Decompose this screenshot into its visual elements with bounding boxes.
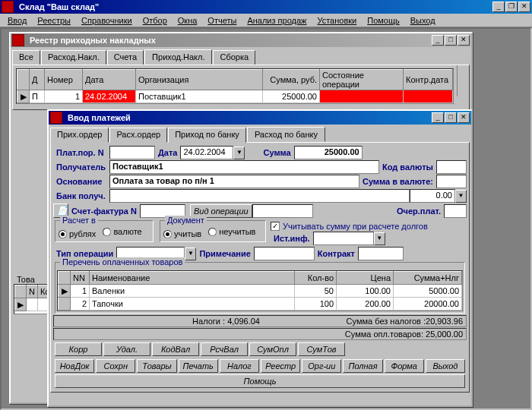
tab-prih-order[interactable]: Прих.ордер [50, 128, 109, 143]
calc-groupbox: Расчет в рублях валюте [55, 220, 154, 242]
platpor-input[interactable] [109, 146, 155, 159]
minimize-button[interactable]: _ [492, 2, 505, 12]
btn-polnaya[interactable]: Полная [343, 359, 382, 373]
paidgoods-group: Перечень оплаченных товаров NN Наименова… [55, 262, 465, 314]
goods-row[interactable]: 2 Тапочки 100 200.00 20000.00 [59, 298, 462, 311]
radio-val[interactable]: валюте [103, 227, 141, 236]
radio-rub[interactable]: рублях [59, 229, 96, 238]
menu-sprav[interactable]: Справочники [77, 15, 137, 26]
btn-udal[interactable]: Удал. [103, 342, 150, 356]
goods-row[interactable]: ▶ 1 Валенки 50 100.00 5000.00 [59, 285, 462, 298]
col-state[interactable]: Состояние операции [320, 70, 404, 90]
menu-otchety[interactable]: Отчеты [203, 15, 241, 26]
mdi-area: Реестр приходных накладных _ □ ✕ Все Рас… [0, 27, 532, 410]
btn-tovary[interactable]: Товары [137, 359, 176, 373]
tab-prihod[interactable]: Приход.Накл. [144, 49, 212, 65]
btn-reestr[interactable]: Реестр [261, 359, 300, 373]
btn-pechat[interactable]: Печать [179, 359, 218, 373]
tab-rash-order[interactable]: Расх.ордер [109, 128, 167, 143]
date-dropdown-icon[interactable]: ▼ [233, 147, 245, 159]
tab-rash-bank[interactable]: Расход по банку [247, 127, 325, 142]
col-kdate[interactable]: Контр.дата [404, 70, 453, 90]
btn-sohrn[interactable]: Сохрн [96, 359, 135, 373]
istinf-dropdown[interactable]: ▼ [374, 232, 385, 245]
btn-forma[interactable]: Форма [385, 359, 424, 373]
note-label: Примечание [196, 249, 253, 258]
btn-korr[interactable]: Корр [55, 342, 102, 356]
zero-dropdown[interactable]: ▼ [455, 190, 467, 203]
close-button[interactable]: ✕ [518, 2, 530, 12]
check-sum-debt[interactable]: Учитывать сумму при расчете долгов [271, 222, 467, 231]
doc-groupbox: Документ учитыв неучитыв [160, 220, 266, 242]
registry-title: Реестр приходных накладных [27, 36, 432, 45]
menu-vvod[interactable]: Ввод [3, 15, 31, 26]
menu-otbor[interactable]: Отбор [138, 15, 172, 26]
tab-rashod[interactable]: Расход.Накл. [41, 50, 106, 65]
pay-min-button[interactable]: _ [432, 112, 444, 123]
btn-rschval[interactable]: РсчВал [201, 342, 248, 356]
col-data[interactable]: Дата [83, 70, 136, 90]
ocher-input[interactable] [444, 204, 467, 218]
tipop-dropdown[interactable]: ▼ [185, 248, 196, 260]
col-d[interactable]: Д [30, 70, 45, 90]
contract-input[interactable] [358, 247, 404, 260]
invoice-label: Счет-фактура N [68, 207, 140, 216]
pay-close-button[interactable]: ✕ [458, 112, 470, 123]
checkbox-icon[interactable] [271, 222, 280, 231]
bank-input[interactable] [109, 189, 410, 203]
btn-vyhod[interactable]: Выход [426, 359, 465, 373]
app-title: Склад "Ваш склад" [16, 2, 492, 11]
col-org[interactable]: Организация [136, 70, 263, 90]
currency-code-input[interactable] [436, 160, 467, 174]
btn-pomosh[interactable]: Помощь [55, 374, 465, 388]
reg-max-button[interactable]: □ [445, 35, 457, 46]
col-sum[interactable]: Сумма, руб. [263, 70, 320, 90]
sum-curr-input[interactable] [436, 175, 467, 188]
registry-vscroll[interactable] [457, 65, 469, 96]
menu-reestry[interactable]: Реестры [33, 15, 75, 26]
currency-code-label: Код валюты [379, 162, 436, 172]
date-input[interactable]: 24.02.2004 [180, 146, 233, 159]
radio-neuchit[interactable]: неучитыв [208, 227, 255, 236]
tab-prih-bank[interactable]: Приход по банку [168, 128, 246, 143]
sum-input[interactable]: 25000.00 [294, 146, 363, 159]
registry-grid[interactable]: Д Номер Дата Организация Сумма, руб. Сос… [16, 68, 454, 104]
btn-sumopl[interactable]: СумОпл [249, 342, 296, 356]
menu-exit[interactable]: Выход [406, 15, 440, 26]
btn-sumtov[interactable]: СумТов [298, 342, 345, 356]
reg-min-button[interactable]: _ [432, 35, 444, 46]
btn-nalog[interactable]: Налог [220, 359, 259, 373]
payments-title: Ввод платежей [65, 113, 432, 122]
pay-max-button[interactable]: □ [445, 112, 457, 123]
tab-sborka[interactable]: Сборка [213, 50, 255, 65]
recipient-label: Получатель [53, 162, 109, 172]
note-input[interactable] [254, 247, 315, 260]
tab-scheta[interactable]: Счета [107, 50, 144, 65]
paidgoods-grid[interactable]: NN Наименование Кол-во Цена Сумма+Нлг ▶ … [57, 270, 463, 311]
menu-analiz[interactable]: Анализ продаж [242, 15, 311, 26]
buttons-row-1: Корр Удал. КодВал РсчВал СумОпл СумТов [53, 341, 467, 358]
payments-titlebar: Ввод платежей _ □ ✕ [49, 111, 471, 125]
tab-vse[interactable]: Все [12, 50, 40, 65]
menu-ustanovki[interactable]: Установки [312, 15, 361, 26]
recipient-input[interactable]: Поставщик1 [109, 160, 379, 174]
status-total: Сумма опл.товаров: 25,000.00 [53, 328, 467, 340]
col-nomer[interactable]: Номер [45, 70, 83, 90]
zero-input[interactable]: 0.00 [410, 189, 455, 203]
radio-uchit[interactable]: учитыв [163, 229, 201, 238]
btn-orgii[interactable]: Орг-ии [302, 359, 341, 373]
registry-row[interactable]: ▶ П 1 24.02.2004 Поставщик1 25000.00 [17, 90, 453, 103]
menu-help[interactable]: Помощь [363, 15, 404, 26]
btn-kodval[interactable]: КодВал [152, 342, 199, 356]
payments-window: Ввод платежей _ □ ✕ Прих.ордер Расх.орде… [47, 109, 473, 407]
registry-tabs: Все Расход.Накл. Счета Приход.Накл. Сбор… [12, 49, 471, 65]
basis-input[interactable]: Оплата за товар по п/н 1 [109, 175, 359, 188]
restore-button[interactable]: ❐ [505, 2, 518, 12]
btn-novdok[interactable]: НовДок [55, 359, 94, 373]
optype-input[interactable] [252, 204, 313, 218]
reg-close-button[interactable]: ✕ [458, 35, 470, 46]
basis-label: Основание [53, 177, 109, 186]
istinf-input[interactable] [313, 232, 374, 245]
menu-okna[interactable]: Окна [173, 15, 202, 26]
registry-icon [12, 34, 24, 46]
